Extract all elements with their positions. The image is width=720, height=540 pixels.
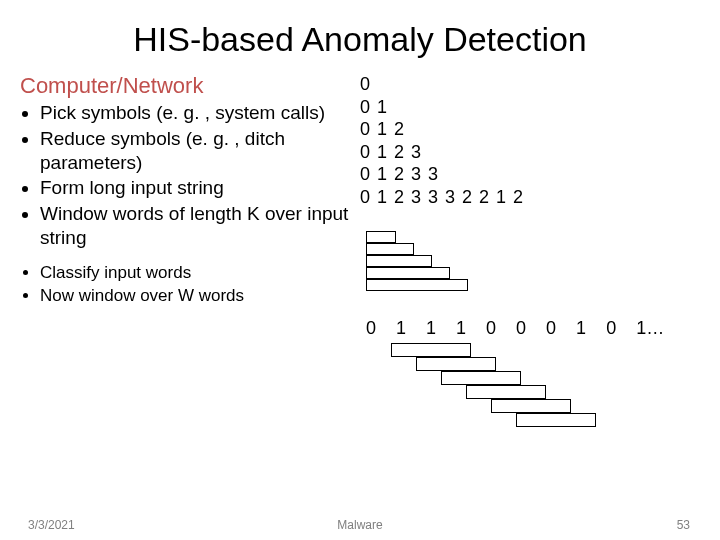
number-row: 0 1 2 3 — [360, 141, 696, 164]
number-row: 0 — [360, 73, 696, 96]
list-item: Pick symbols (e. g. , system calls) — [40, 101, 360, 125]
digit: 0 — [516, 318, 541, 339]
main-bullet-list: Pick symbols (e. g. , system calls) Redu… — [20, 101, 360, 250]
classification-row: 0 1 1 1 0 0 0 1 0 1… — [366, 318, 661, 339]
list-item: Classify input words — [40, 262, 360, 283]
right-column: 0 0 1 0 1 2 0 1 2 3 0 1 2 3 3 0 1 2 3 3 … — [360, 73, 696, 308]
footer-center: Malware — [0, 518, 720, 532]
slide-title: HIS-based Anomaly Detection — [0, 0, 720, 73]
digit: 1 — [456, 318, 481, 339]
list-item: Reduce symbols (e. g. , ditch parameters… — [40, 127, 360, 175]
secondary-bullet-list: Classify input words Now window over W w… — [20, 262, 360, 307]
digit: 0 — [546, 318, 571, 339]
slide-body: Computer/Network Pick symbols (e. g. , s… — [0, 73, 720, 308]
digit: 0 — [486, 318, 511, 339]
digit: 1 — [396, 318, 421, 339]
digit: 0 — [366, 318, 391, 339]
left-column: Computer/Network Pick symbols (e. g. , s… — [20, 73, 360, 308]
footer-page-number: 53 — [677, 518, 690, 532]
number-row: 0 1 2 3 3 3 2 2 1 2 — [360, 186, 696, 209]
list-item: Form long input string — [40, 176, 360, 200]
digit: 1 — [576, 318, 601, 339]
list-item: Window words of length K over input stri… — [40, 202, 360, 250]
digit: 1 — [426, 318, 451, 339]
list-item: Now window over W words — [40, 285, 360, 306]
digit: 0 — [606, 318, 631, 339]
section-heading: Computer/Network — [20, 73, 360, 99]
number-row: 0 1 — [360, 96, 696, 119]
digit: 1… — [636, 318, 661, 339]
number-row: 0 1 2 — [360, 118, 696, 141]
number-row: 0 1 2 3 3 — [360, 163, 696, 186]
